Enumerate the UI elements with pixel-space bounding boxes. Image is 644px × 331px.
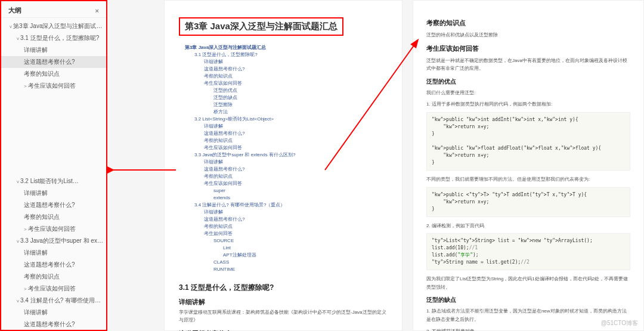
outline-item[interactable]: v3.4 注解是什么? 有哪些使用场景? [1,295,106,307]
outline-item[interactable]: v第3章 Java深入泛型与注解面试题汇总 [1,20,106,32]
toc-link[interactable]: extends [179,194,388,202]
outline-title: 大纲 [8,6,21,15]
toc-link[interactable]: 泛型擦除 [179,101,388,109]
body-text: 泛型的特点和优缺点以及泛型擦除 [426,31,630,39]
body-text: 泛型就是一种就是不确定的数据类型，在Java中有着重要的地位，在面向对象编程及各… [426,57,630,73]
body-text: 我们什么需要使用泛型: [426,89,630,97]
toc-link[interactable]: 详细讲解 [179,209,388,216]
outline-item[interactable]: 考察的知识点 [1,211,106,223]
outline-header: 大纲 × [1,4,106,18]
toc-link[interactable]: 考察的知识点 [179,223,388,230]
toc-link[interactable]: 这道题想考察什么? [179,166,388,173]
toc-link[interactable]: 3.2 List<String>能否转为List<Object> [179,116,388,123]
toc-link[interactable]: Lint [179,245,388,252]
document-page-2: 考察的知识点 泛型的特点和优缺点以及泛型擦除 考生应该如何回答 泛型就是一种就是… [413,0,644,331]
body-text: 2. 编译检测，例如下面代码 [426,222,630,230]
toc-link[interactable]: RUNTIME [179,266,388,273]
table-of-contents: 第3章 Java深入泛型与注解面试题汇总3.1 泛型是什么，泛型擦除呢?详细讲解… [179,44,388,273]
outline-item[interactable]: 这道题想考察什么? [1,56,106,68]
code-block: "kw">public <"ty">T> "ty">T addInt("ty">… [426,187,630,217]
outline-item[interactable]: 这道题想考察什么? [1,199,106,211]
toc-link[interactable]: 这道题想考察什么? [179,130,388,137]
toc-link[interactable]: 考察的知识点 [179,173,388,180]
body-text: 1. 静态域或者方法里不能引用泛型变量，因为泛型是在new对象的时候才知道，而类… [426,307,630,323]
toc-link[interactable]: 详细讲解 [179,58,388,66]
subsection-heading: 考生应该如何回答 [426,44,630,53]
outline-item[interactable]: v3.2 List能否转为List [1,92,106,187]
outline-item[interactable]: 考察的知识点 [1,68,106,80]
body-text: 享学课堂移动互联网系统课程：架构师筑基必备技能《架构设计中必不可少的泛型-Jav… [179,309,388,324]
outline-item[interactable]: 这道题想考察什么? [1,259,106,271]
toc-link[interactable]: 详细讲解 [179,159,388,166]
subsection-heading: 泛型的缺点 [426,296,630,304]
toc-link[interactable]: 考察的知识点 [179,137,388,144]
body-text: 1. 适用于多种数据类型执行相同的代码，例如两个数据相加: [426,100,630,109]
toc-link[interactable]: 考生如何回答 [179,230,388,237]
toc-link[interactable]: 这道题想考察什么? [179,66,388,73]
document-page-1: 第3章 Java深入泛型与注解面试题汇总 第3章 Java深入泛型与注解面试题汇… [164,0,402,331]
outline-list: v第3章 Java深入泛型与注解面试题汇总v3.1 泛型是什么，泛型擦除呢?详细… [1,18,106,331]
watermark: @51CTO博客 [601,319,638,327]
code-block: "kw">public "kw">int addInt("kw">int x,"… [426,112,630,171]
outline-item[interactable]: v3.1 泛型是什么，泛型擦除呢? [1,32,106,44]
toc-link[interactable]: 考生应该如何回答 [179,80,388,87]
toc-link[interactable]: 泛型的优点 [179,87,388,94]
outline-item[interactable]: >考生应该如何回答 [1,80,106,92]
outline-item[interactable]: 详细讲解 [1,307,106,318]
toc-link[interactable]: 3.3 Java的泛型中super 和 extends 有什么区别? [179,151,388,159]
body-text: 不同的类型，我们就需要增加不同的方法。但是使用泛型那我们的代表将变为: [426,175,630,184]
toc-link[interactable]: 考察的知识点 [179,73,388,80]
subsection-heading: 考察的知识点 [426,18,630,27]
code-block: "ty">List<"ty">String> list = "kw">new "… [426,233,630,270]
outline-item[interactable]: 这道题想考察什么? [1,318,106,330]
toc-link[interactable]: SOURCE [179,237,388,245]
subsection-heading: 详细讲解 [179,298,388,307]
toc-link[interactable]: 考生应该如何回答 [179,180,388,187]
toc-link[interactable]: 详细讲解 [179,123,388,130]
toc-link[interactable]: 3.4 注解是什么? 有哪些使用场景?（重点） [179,202,388,209]
toc-link[interactable]: 这道题想考察什么? [179,216,388,223]
outline-sidebar: 大纲 × v第3章 Java深入泛型与注解面试题汇总v3.1 泛型是什么，泛型擦… [0,0,107,331]
outline-item[interactable]: 详细讲解 [1,187,106,199]
subsection-heading: 泛型的优点 [426,78,630,86]
subsection-heading: 这道题想考察什么? [179,329,388,331]
outline-item[interactable]: 详细讲解 [1,247,106,259]
body-text: 因为我们限定了List泛型类型为String，因此在代码1处编译时会报错，而在代… [426,275,630,291]
toc-link[interactable]: 第3章 Java深入泛型与注解面试题汇总 [179,44,388,51]
toc-link[interactable]: 3.1 泛型是什么，泛型擦除呢? [179,51,388,58]
toc-link[interactable]: super [179,187,388,194]
outline-item[interactable]: >考生应该如何回答 [1,223,106,235]
outline-item[interactable]: >考生应该如何回答 [1,283,106,295]
body-text: 2. 不能捕获泛型类对象 [426,327,630,331]
outline-item[interactable]: 详细讲解 [1,44,106,56]
toc-link[interactable]: APT注解处理器 [179,252,388,259]
toc-link[interactable]: 泛型的缺点 [179,94,388,101]
toc-link[interactable]: 考生应该如何回答 [179,144,388,151]
page-title: 第3章 Java深入泛型与注解面试题汇总 [179,17,343,36]
outline-item[interactable]: 考察的知识点 [1,271,106,283]
section-heading: 3.1 泛型是什么，泛型擦除呢? [179,283,388,293]
outline-item[interactable]: v3.3 Java的泛型中super 和 extends [1,235,106,247]
close-icon[interactable]: × [95,7,99,14]
toc-link[interactable]: 桥方法 [179,109,388,116]
toc-link[interactable]: CLASS [179,259,388,266]
